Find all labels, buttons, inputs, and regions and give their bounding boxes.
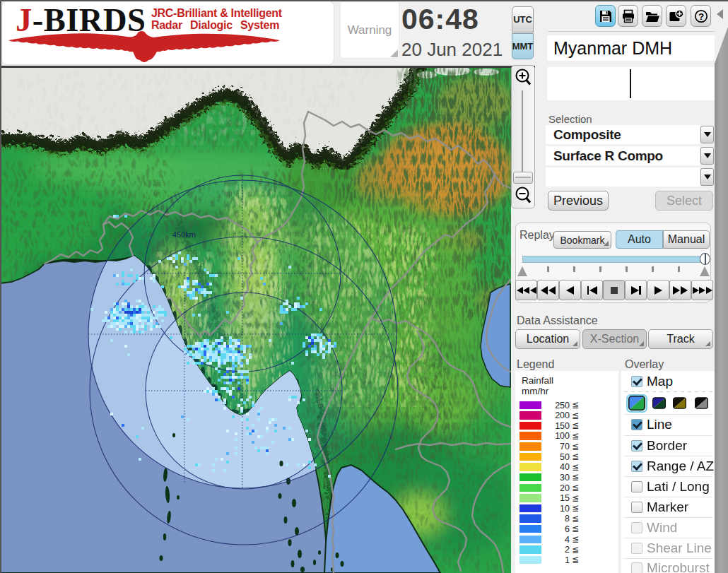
svg-text:450km: 450km	[172, 230, 196, 239]
svg-text:?: ?	[698, 11, 703, 21]
